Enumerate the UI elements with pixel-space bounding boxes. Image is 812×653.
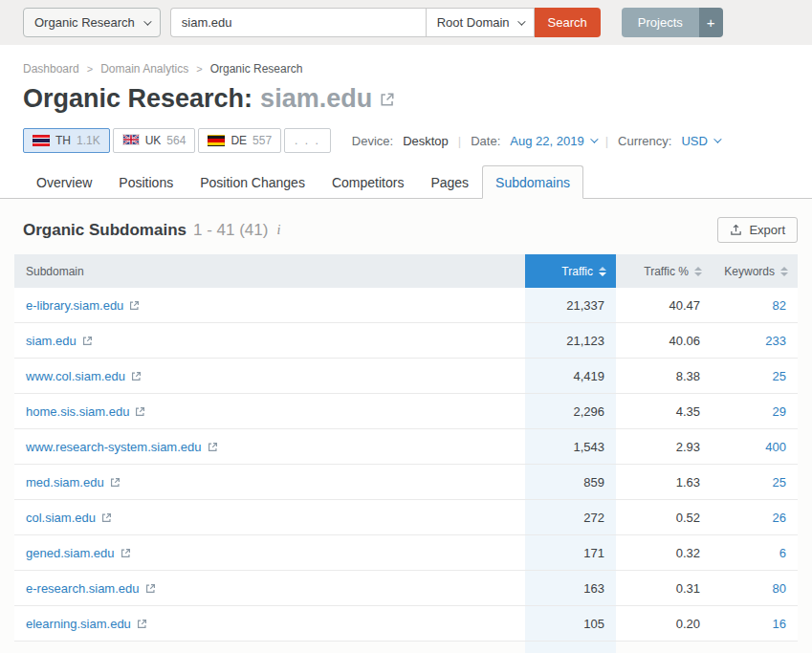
date-selector[interactable]: Aug 22, 2019 [510, 134, 595, 148]
traffic-cell: 21,123 [525, 323, 616, 358]
table-row: e-research.siam.edu1630.3180 [14, 571, 798, 606]
page-title-domain: siam.edu [260, 84, 372, 114]
filters-row: TH1.1KUK564DE557. . . Device: Desktop | … [0, 114, 812, 153]
keywords-link[interactable]: 400 [765, 440, 786, 454]
tab-pages[interactable]: Pages [417, 165, 482, 199]
table-row: elearning.siam.edu1050.2016 [14, 606, 798, 642]
table-row: med.siam.edu8591.6325 [14, 465, 798, 500]
traffic-cell: 105 [525, 606, 616, 641]
subdomain-cell: elearning.siam.edu [14, 606, 525, 641]
export-button[interactable]: Export [717, 217, 798, 243]
country-tab-de[interactable]: DE557 [198, 128, 281, 153]
breadcrumb-domain-analytics[interactable]: Domain Analytics [100, 62, 188, 76]
projects-button[interactable]: Projects [622, 8, 699, 37]
keywords-cell: 6 [712, 535, 798, 570]
subdomain-link[interactable]: home.sis.siam.edu [26, 404, 129, 419]
external-link-icon [82, 336, 93, 346]
subdomain-link[interactable]: www.research-system.siam.edu [26, 440, 202, 454]
breadcrumb-dashboard[interactable]: Dashboard [23, 62, 79, 76]
subdomain-link[interactable]: e-library.siam.edu [26, 298, 123, 313]
keywords-link[interactable]: 16 [773, 617, 786, 631]
column-header-traffic[interactable]: Traffic [525, 254, 616, 288]
search-button[interactable]: Search [535, 8, 601, 37]
external-link-icon [121, 548, 131, 558]
tab-position-changes[interactable]: Position Changes [187, 165, 318, 199]
report-tabs: OverviewPositionsPosition ChangesCompeti… [0, 165, 812, 199]
currency-selector[interactable]: USD [681, 134, 718, 148]
table-row: www.research-system.siam.edu1,5432.93400 [14, 429, 798, 465]
search-input[interactable] [170, 8, 426, 37]
date-label: Date: [471, 134, 500, 148]
main-content: Organic Subdomains 1 - 41 (41) i Export … [0, 199, 812, 653]
device-label: Device: [352, 134, 393, 148]
breadcrumb-organic-research: Organic Research [210, 62, 303, 76]
info-icon[interactable]: i [276, 223, 280, 238]
currency-value: USD [681, 134, 707, 148]
table-row: col.siam.edu2720.5226 [14, 500, 798, 535]
tab-positions[interactable]: Positions [105, 165, 187, 199]
external-link-icon[interactable] [380, 92, 395, 107]
traffic-cell: 1,543 [525, 429, 616, 464]
table-row: e-library.siam.edu21,33740.4782 [14, 288, 798, 323]
keywords-cell: 25 [712, 465, 798, 499]
more-countries-button[interactable]: . . . [284, 128, 331, 153]
keywords-cell: 16 [712, 606, 798, 641]
device-value[interactable]: Desktop [403, 134, 449, 148]
keywords-cell: 25 [712, 359, 798, 393]
breadcrumb: Dashboard > Domain Analytics > Organic R… [0, 45, 812, 76]
keywords-link[interactable]: 80 [773, 581, 786, 596]
column-header-traffic-pct[interactable]: Traffic % [616, 254, 712, 288]
column-header-keywords[interactable]: Keywords [712, 254, 798, 288]
tab-overview[interactable]: Overview [23, 165, 105, 199]
keywords-link[interactable]: 25 [773, 475, 786, 490]
breadcrumb-separator-icon: > [87, 63, 93, 75]
add-project-button[interactable]: + [699, 8, 723, 37]
traffic-cell: 21,337 [525, 288, 616, 322]
country-traffic-value: 557 [252, 134, 272, 147]
subdomain-cell: e-library.siam.edu [14, 288, 525, 322]
subdomain-cell: med.siam.edu [14, 465, 525, 499]
table-header: Subdomain Traffic Traffic % Keywords [14, 254, 798, 288]
section-title: Organic Subdomains [23, 221, 187, 240]
tab-competitors[interactable]: Competitors [318, 165, 417, 199]
chevron-down-icon [713, 135, 721, 142]
subdomain-link[interactable]: elearning.siam.edu [26, 617, 131, 631]
keywords-cell: 82 [712, 288, 798, 322]
keywords-link[interactable]: 29 [773, 404, 786, 419]
subdomain-link[interactable]: gened.siam.edu [26, 546, 115, 560]
table-row: home.sis.siam.edu2,2964.3529 [14, 394, 798, 429]
keywords-link[interactable]: 82 [773, 298, 786, 313]
page-title: Organic Research: siam.edu [0, 76, 812, 114]
external-link-icon [208, 442, 218, 452]
traffic-pct-cell: 4.35 [616, 394, 712, 428]
country-traffic-value: 564 [166, 134, 186, 147]
country-tab-th[interactable]: TH1.1K [23, 128, 110, 153]
table-row: www.col.siam.edu4,4198.3825 [14, 359, 798, 394]
subdomain-link[interactable]: e-research.siam.edu [26, 581, 140, 596]
subdomain-link[interactable]: med.siam.edu [26, 475, 104, 490]
subdomain-cell: www.research-system.siam.edu [14, 429, 525, 464]
column-header-subdomain[interactable]: Subdomain [14, 254, 525, 288]
country-tabs: TH1.1KUK564DE557. . . [23, 128, 331, 153]
traffic-pct-cell: 2.93 [616, 429, 712, 464]
external-link-icon [145, 583, 156, 594]
keywords-link[interactable]: 26 [773, 511, 786, 525]
subdomain-link[interactable]: col.siam.edu [26, 511, 96, 525]
de-flag-icon [208, 135, 225, 146]
report-type-label: Organic Research [34, 15, 135, 30]
keywords-link[interactable]: 25 [773, 369, 786, 383]
traffic-pct-cell: 0.32 [616, 535, 712, 570]
scope-dropdown[interactable]: Root Domain [426, 8, 535, 37]
uk-flag-icon [122, 134, 140, 148]
traffic-cell: 171 [525, 535, 616, 570]
traffic-cell: 2,296 [525, 394, 616, 428]
traffic-pct-cell: 0.52 [616, 500, 712, 534]
subdomain-link[interactable]: www.col.siam.edu [26, 369, 125, 383]
keywords-link[interactable]: 233 [765, 334, 786, 348]
tab-subdomains[interactable]: Subdomains [482, 165, 583, 199]
country-tab-uk[interactable]: UK564 [113, 128, 196, 153]
external-link-icon [110, 477, 121, 488]
keywords-link[interactable]: 6 [779, 546, 786, 560]
report-type-dropdown[interactable]: Organic Research [23, 8, 161, 37]
subdomain-link[interactable]: siam.edu [26, 334, 77, 348]
